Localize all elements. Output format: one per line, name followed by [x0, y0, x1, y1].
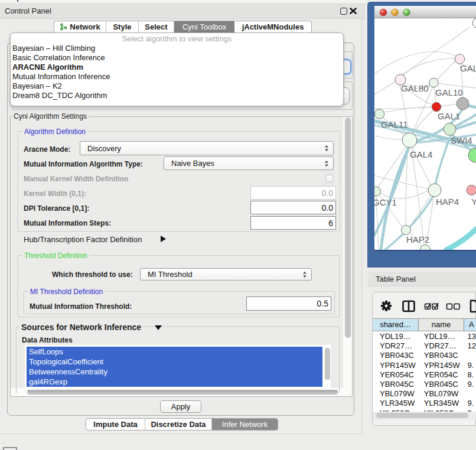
- svg-text:GAL11: GAL11: [381, 119, 408, 129]
- svg-text:SWI4: SWI4: [451, 135, 472, 145]
- svg-text:GAL4: GAL4: [410, 149, 432, 159]
- svg-text:GAL1: GAL1: [438, 111, 460, 121]
- svg-text:GAL7: GAL7: [460, 63, 476, 73]
- svg-text:HAP2: HAP2: [406, 234, 429, 244]
- svg-text:GAL80: GAL80: [401, 83, 429, 93]
- svg-text:GAL10: GAL10: [435, 87, 463, 97]
- svg-text:YP: YP: [471, 197, 476, 207]
- svg-text:HAP4: HAP4: [436, 197, 459, 207]
- svg-text:GCY1: GCY1: [374, 197, 397, 207]
